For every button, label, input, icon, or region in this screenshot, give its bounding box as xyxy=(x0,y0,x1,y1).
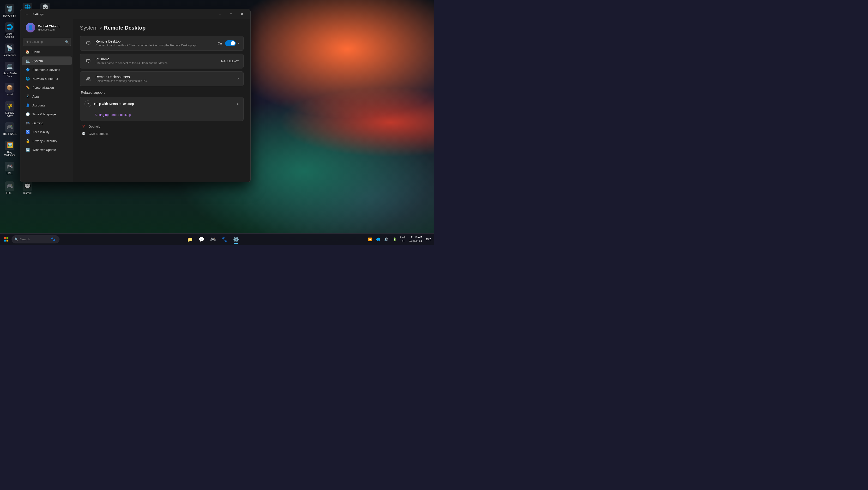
icon-label: Recycle Bin xyxy=(3,15,16,17)
desktop-icon-teamviewer[interactable]: 📡 TeamViewer xyxy=(1,40,18,60)
taskbar: 🔍 🐾 📁💬🎮🐾⚙️ 🔼 🌐 🔊 🔋 ENG US 11:10 AM 24/04… xyxy=(0,233,434,245)
desktop-icon-uki[interactable]: 🎮 UKI... xyxy=(1,158,18,178)
give-feedback-link[interactable]: 💬 Give feedback xyxy=(81,131,243,136)
desktop-icon-bing-wallpaper[interactable]: 🖼️ Bing Wallpaper xyxy=(1,139,18,158)
desktop-icon-the-finals[interactable]: 🎮 THE FINALS xyxy=(1,119,18,138)
help-chevron-icon: ▲ xyxy=(236,102,239,106)
settings-search-container: 🔍 xyxy=(23,38,71,46)
weather-widget[interactable]: 25°C xyxy=(425,236,432,243)
pc-name-row[interactable]: PC name Use this name to connect to this… xyxy=(80,54,243,68)
weather-temp: 25°C xyxy=(426,238,432,241)
window-controls: − □ ✕ xyxy=(214,10,247,18)
setting-up-remote-desktop-link[interactable]: Setting up remote desktop xyxy=(95,113,131,117)
sidebar-item-network[interactable]: 🌐 Network & internet xyxy=(22,74,72,83)
taskbar-app-discord[interactable]: 🎮 xyxy=(208,234,218,244)
settings-search-input[interactable] xyxy=(23,38,71,46)
content-area: System > Remote Desktop xyxy=(73,19,250,182)
remote-desktop-users-row[interactable]: Remote Desktop users Select who can remo… xyxy=(80,71,243,86)
icon-label: Person 1 Chrome xyxy=(2,33,17,38)
taskbar-app-file-explorer[interactable]: 📁 xyxy=(185,234,195,244)
icon-label: TeamViewer xyxy=(3,54,16,57)
taskbar-search-input[interactable] xyxy=(20,237,49,241)
help-content: Setting up remote desktop xyxy=(80,111,243,121)
pc-name-icon xyxy=(85,57,92,65)
personalization-nav-icon: ✏️ xyxy=(25,85,30,90)
icon-label: Discord xyxy=(23,192,31,195)
sidebar-item-personalization[interactable]: ✏️ Personalization xyxy=(22,83,72,92)
clock[interactable]: 11:10 AM 24/04/2024 xyxy=(407,235,424,243)
remote-desktop-toggle[interactable] xyxy=(225,40,236,46)
breadcrumb-separator: > xyxy=(99,26,102,31)
remote-desktop-desc: Connect to and use this PC from another … xyxy=(96,44,218,47)
svg-point-2 xyxy=(87,77,89,79)
icon-image: 🎮 xyxy=(5,181,14,191)
taskbar-dog-icon: 🐾 xyxy=(51,237,56,241)
sidebar-item-system[interactable]: 💻 System xyxy=(22,56,72,65)
close-button[interactable]: ✕ xyxy=(237,10,247,18)
get-help-link[interactable]: ❓ Get help xyxy=(81,124,243,129)
remote-desktop-users-card: Remote Desktop users Select who can remo… xyxy=(80,71,244,86)
sidebar-item-apps[interactable]: 📱 Apps xyxy=(22,92,72,101)
taskbar-system-icons: 🔼 🌐 🔊 🔋 xyxy=(367,236,398,243)
remote-desktop-users-title: Remote Desktop users xyxy=(96,75,236,79)
search-icon: 🔍 xyxy=(65,40,69,44)
network-icon[interactable]: 🌐 xyxy=(375,236,381,243)
sidebar-item-privacy[interactable]: 🔒 Privacy & security xyxy=(22,137,72,145)
help-header[interactable]: ? Help with Remote Desktop ▲ xyxy=(80,97,243,111)
sidebar-item-bluetooth[interactable]: 🔷 Bluetooth & devices xyxy=(22,65,72,74)
icon-image: 🎮 xyxy=(5,162,14,171)
sidebar-item-gaming[interactable]: 🎮 Gaming xyxy=(22,119,72,127)
icon-label: Stardew Valley xyxy=(2,112,17,117)
home-nav-label: Home xyxy=(32,50,41,54)
maximize-icon: □ xyxy=(230,12,231,16)
volume-icon[interactable]: 🔊 xyxy=(383,236,390,243)
user-profile[interactable]: 👤 Rachel Chiong @outlook.com xyxy=(22,20,72,35)
desktop-icon-epo[interactable]: 🎮 EPO... xyxy=(1,178,18,198)
breadcrumb-parent[interactable]: System xyxy=(80,25,97,31)
sidebar-item-accounts[interactable]: 👤 Accounts xyxy=(22,101,72,110)
give-feedback-label: Give feedback xyxy=(89,132,108,136)
network-nav-label: Network & internet xyxy=(32,77,58,81)
remote-desktop-users-content: Remote Desktop users Select who can remo… xyxy=(96,75,236,83)
expand-arrow-icon[interactable]: ▾ xyxy=(238,41,239,45)
taskbar-app-settings[interactable]: ⚙️ xyxy=(231,234,242,244)
back-button[interactable]: ← xyxy=(23,11,30,18)
help-title: Help with Remote Desktop xyxy=(94,102,236,106)
maximize-button[interactable]: □ xyxy=(225,10,237,18)
battery-icon[interactable]: 🔋 xyxy=(391,236,398,243)
desktop-icon-install[interactable]: 📦 Install xyxy=(1,80,18,99)
gaming-nav-label: Gaming xyxy=(32,121,43,125)
minimize-button[interactable]: − xyxy=(214,10,225,18)
icon-label: THE FINALS xyxy=(3,133,17,136)
sidebar-item-home[interactable]: 🏠 Home xyxy=(22,48,72,56)
chevron-up-icon[interactable]: 🔼 xyxy=(367,236,373,243)
desktop-icon-recycle-bin[interactable]: 🗑️ Recycle Bin xyxy=(1,1,18,20)
desktop-icon-person-1-chrome[interactable]: 🌐 Person 1 Chrome xyxy=(1,21,18,40)
system-nav-label: System xyxy=(32,59,43,63)
related-support-label: Related support xyxy=(81,91,244,94)
sidebar-item-accessibility[interactable]: ♿ Accessibility xyxy=(22,127,72,136)
sidebar-item-time[interactable]: 🕐 Time & language xyxy=(22,110,72,118)
taskbar-search-icon: 🔍 xyxy=(14,237,18,241)
pc-name-action: RACHEL-PC xyxy=(221,59,239,63)
taskbar-search[interactable]: 🔍 🐾 xyxy=(11,235,60,243)
sidebar-item-update[interactable]: 🔄 Windows Update xyxy=(22,145,72,154)
icon-image: 🌾 xyxy=(5,101,14,111)
desktop-icon-visual-studio-code[interactable]: 💻 Visual Studio Code xyxy=(1,60,18,79)
language-indicator[interactable]: ENG US xyxy=(400,236,405,243)
start-button[interactable] xyxy=(2,235,10,244)
taskbar-app-foobar[interactable]: 🐾 xyxy=(219,234,230,244)
remote-desktop-card: Remote Desktop Connect to and use this P… xyxy=(80,36,244,51)
bottom-links: ❓ Get help 💬 Give feedback xyxy=(80,124,244,136)
pc-name-desc: Use this name to connect to this PC from… xyxy=(96,61,221,65)
icon-image: 💻 xyxy=(5,62,14,71)
lang-line1: ENG xyxy=(400,236,405,239)
taskbar-app-microsoft-teams[interactable]: 💬 xyxy=(196,234,207,244)
apps-nav-label: Apps xyxy=(32,95,40,98)
help-question-icon: ? xyxy=(85,100,91,107)
avatar: 👤 xyxy=(26,23,35,32)
desktop-icon-stardew-valley[interactable]: 🌾 Stardew Valley xyxy=(1,99,18,119)
remote-desktop-row[interactable]: Remote Desktop Connect to and use this P… xyxy=(80,36,243,51)
back-icon: ← xyxy=(25,12,28,16)
lang-line2: US xyxy=(400,239,405,243)
